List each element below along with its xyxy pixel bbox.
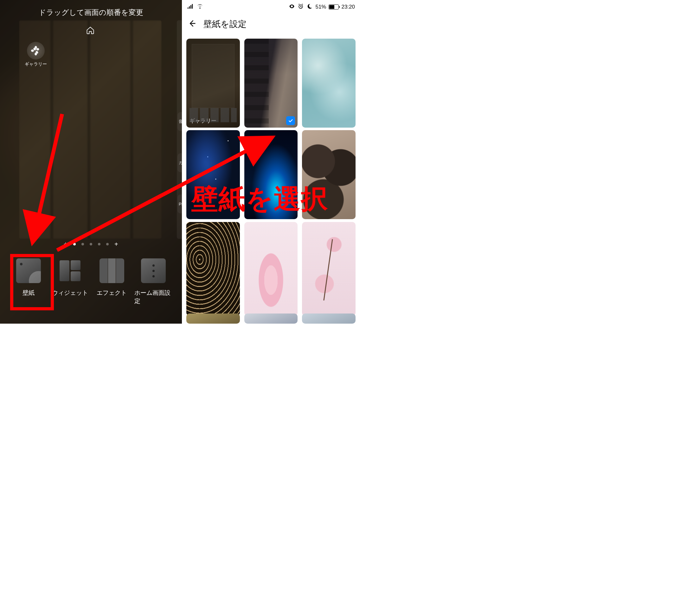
page-dot[interactable] xyxy=(90,243,92,245)
wallpaper-thumb[interactable] xyxy=(244,130,298,219)
add-page-icon[interactable]: + xyxy=(64,243,68,246)
gallery-app-icon[interactable]: ギャラリー xyxy=(25,40,47,67)
page-indicator: + + xyxy=(0,243,182,246)
wallpaper-settings-screen: 51% 23:20 壁紙を設定 ギャラリー xyxy=(182,0,360,324)
page-dot[interactable] xyxy=(106,243,109,245)
wallpaper-thumb[interactable] xyxy=(302,314,355,324)
home-settings-button[interactable]: ホーム画面設定 xyxy=(134,259,172,305)
selected-check-icon xyxy=(286,116,295,125)
status-bar: 51% 23:20 xyxy=(182,0,360,14)
wallpaper-thumb[interactable] xyxy=(186,314,240,324)
wallpaper-thumb[interactable] xyxy=(244,314,298,324)
drag-instruction: ドラッグして画面の順番を変更 xyxy=(0,7,182,17)
effect-tile-icon xyxy=(99,259,124,283)
editor-toolbar: 壁紙 ウィジェット エフェクト ホーム画面設定 xyxy=(0,259,182,305)
widget-tile-icon xyxy=(58,259,82,283)
wallpaper-thumb[interactable] xyxy=(302,222,355,316)
widget-label: ウィジェット xyxy=(52,289,88,297)
home-screen-preview[interactable]: ギャラリー xyxy=(19,20,162,239)
wallpaper-thumb-label: ギャラリー xyxy=(189,117,217,125)
page-dot[interactable] xyxy=(98,243,100,245)
add-page-icon[interactable]: + xyxy=(114,243,118,246)
effect-button[interactable]: エフェクト xyxy=(93,259,131,305)
page-title: 壁紙を設定 xyxy=(203,18,246,30)
battery-icon xyxy=(329,4,339,10)
wallpaper-grid: ギャラリー xyxy=(182,34,360,324)
eye-comfort-icon xyxy=(289,3,295,11)
page-dot[interactable] xyxy=(81,243,84,245)
wallpaper-thumb[interactable] xyxy=(302,39,355,128)
settings-tile-icon xyxy=(141,259,166,283)
page-dot[interactable] xyxy=(73,243,76,245)
wallpaper-thumb[interactable] xyxy=(244,39,298,128)
wallpaper-thumb-gallery[interactable]: ギャラリー xyxy=(186,39,240,128)
effect-label: エフェクト xyxy=(97,289,127,297)
back-button[interactable] xyxy=(188,19,197,29)
flower-icon xyxy=(27,42,45,59)
battery-percent: 51% xyxy=(315,4,326,10)
signal-icon xyxy=(187,3,194,11)
wifi-icon xyxy=(197,3,203,11)
home-editor-screen: ドラッグして画面の順番を変更 ギャラリー 音 カ Pl + xyxy=(0,0,182,324)
wallpaper-tile-icon xyxy=(16,259,41,283)
home-icon xyxy=(86,26,95,36)
widget-button[interactable]: ウィジェット xyxy=(51,259,89,305)
header: 壁紙を設定 xyxy=(182,14,360,34)
wallpaper-thumb[interactable] xyxy=(186,130,240,219)
wallpaper-label: 壁紙 xyxy=(22,289,35,297)
wallpaper-thumb[interactable] xyxy=(302,130,355,219)
dnd-moon-icon xyxy=(307,3,313,11)
wallpaper-thumb[interactable] xyxy=(244,222,298,316)
alarm-icon xyxy=(298,3,304,11)
home-settings-label: ホーム画面設定 xyxy=(134,289,172,305)
status-time: 23:20 xyxy=(341,4,355,10)
wallpaper-thumb[interactable] xyxy=(186,222,240,316)
gallery-app-label: ギャラリー xyxy=(25,61,47,67)
wallpaper-button[interactable]: 壁紙 xyxy=(10,259,48,305)
